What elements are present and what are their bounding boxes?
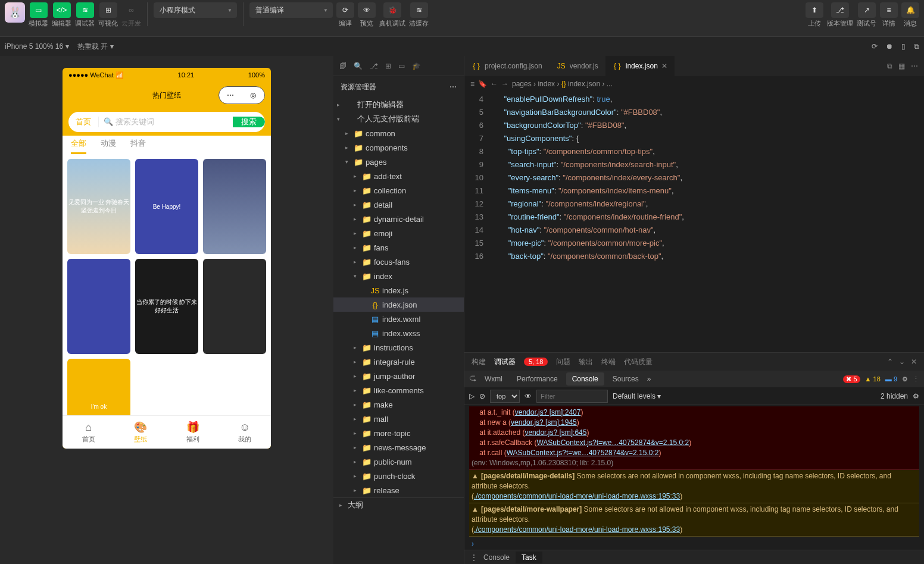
category-tab[interactable]: 抖音 <box>130 138 146 154</box>
test-account-button[interactable]: ↗ <box>858 2 876 18</box>
stack-link[interactable]: vendor.js? [sm]:1945 <box>511 418 577 427</box>
search-home[interactable]: 首页 <box>68 117 99 127</box>
tree-个人无支付版前端[interactable]: ▾个人无支付版前端 <box>333 112 464 126</box>
nav-壁纸[interactable]: 🎨壁纸 <box>115 416 167 449</box>
drawer-console[interactable]: Console <box>483 553 510 562</box>
stack-link[interactable]: vendor.js? [sm]:645 <box>525 428 586 437</box>
tree-more-topic[interactable]: ▸📁more-topic <box>333 426 464 440</box>
hot-reload-toggle[interactable]: 热重载 开 ▾ <box>77 42 114 52</box>
console-play-icon[interactable]: ▷ <box>469 392 475 400</box>
quality-tab[interactable]: 代码质量 <box>624 357 653 367</box>
tree-focus-fans[interactable]: ▸📁focus-fans <box>333 255 464 269</box>
cloud-button[interactable]: ∞ <box>123 2 141 18</box>
problems-tab[interactable]: 问题 <box>556 357 570 367</box>
tree-public-num[interactable]: ▸📁public-num <box>333 455 464 469</box>
wallpaper-thumb[interactable]: I'm ok <box>67 359 130 415</box>
breadcrumb-forward-icon[interactable]: → <box>501 80 508 88</box>
panel-up-icon[interactable]: ⌃ <box>887 358 893 366</box>
tree-integral-rule[interactable]: ▸📁integral-rule <box>333 355 464 369</box>
tree-index[interactable]: ▾📁index <box>333 269 464 283</box>
panel-down-icon[interactable]: ⌄ <box>899 358 905 366</box>
nav-首页[interactable]: ⌂首页 <box>63 416 115 449</box>
wallpaper-thumb[interactable]: 见爱同为一业 奔驰春天坚强走到今日 <box>67 159 130 254</box>
preview-button[interactable]: 👁 <box>358 2 376 18</box>
output-tab[interactable]: 输出 <box>579 357 593 367</box>
editor-button[interactable]: </> <box>53 2 71 18</box>
console-clear-icon[interactable]: ⊘ <box>479 392 485 400</box>
warn-count[interactable]: ▲ 18 <box>865 375 881 383</box>
version-button[interactable]: ⎇ <box>831 2 849 18</box>
editor-tab-vendor.js[interactable]: JSvendor.js <box>550 56 605 76</box>
more-icon[interactable]: ⋯ <box>911 62 918 70</box>
tree-components[interactable]: ▸📁components <box>333 140 464 155</box>
debugger-button[interactable]: ≋ <box>76 2 94 18</box>
breadcrumb-collapse-icon[interactable]: ≡ <box>470 80 475 88</box>
wallpaper-thumb[interactable]: 当你累了的时候 静下来好好生活 <box>135 259 198 354</box>
warn-link[interactable]: ./components/common/uni-load-more/uni-lo… <box>474 525 680 534</box>
tree-common[interactable]: ▸📁common <box>333 126 464 140</box>
tree-index.wxss[interactable]: ▤index.wxss <box>333 326 464 340</box>
drawer-toggle-icon[interactable]: ⋮ <box>470 553 477 562</box>
explorer-git-icon[interactable]: ⎇ <box>370 62 378 70</box>
tree-add-text[interactable]: ▸📁add-text <box>333 169 464 183</box>
tree-dynamic-detail[interactable]: ▸📁dynamic-detail <box>333 212 464 226</box>
code-editor[interactable]: 45678910111213141516 "enablePullDownRefr… <box>464 92 924 352</box>
remote-debug-button[interactable]: 🐞 <box>383 2 401 18</box>
breadcrumb-back-icon[interactable]: ← <box>491 80 498 88</box>
devtools-gear-icon[interactable]: ⚙ <box>902 375 908 383</box>
clear-cache-button[interactable]: ≋ <box>410 2 428 18</box>
hidden-count[interactable]: 2 hidden <box>881 392 908 400</box>
explorer-hat-icon[interactable]: 🎓 <box>412 62 421 70</box>
wallpaper-thumb[interactable]: Be Happy! <box>135 159 198 254</box>
sources-tab[interactable]: Sources <box>607 372 645 386</box>
search-input[interactable]: 🔍 搜索关键词 <box>99 117 244 127</box>
refresh-icon[interactable]: ⟳ <box>872 42 878 51</box>
tree-index.js[interactable]: JSindex.js <box>333 283 464 297</box>
error-count[interactable]: ✖ 5 <box>843 375 860 383</box>
category-tab[interactable]: 全部 <box>71 138 86 154</box>
wallpaper-thumb[interactable] <box>203 159 266 254</box>
popout-icon[interactable]: ⧉ <box>914 42 919 51</box>
tree-fans[interactable]: ▸📁fans <box>333 240 464 255</box>
tree-index.json[interactable]: {}index.json <box>333 297 464 312</box>
explorer-files-icon[interactable]: 🗐 <box>339 62 346 70</box>
terminal-tab[interactable]: 终端 <box>601 357 616 367</box>
nav-福利[interactable]: 🎁福利 <box>167 416 219 449</box>
visualize-button[interactable]: ⊞ <box>99 2 117 18</box>
user-avatar[interactable]: 🐰 <box>5 2 25 23</box>
wallpaper-thumb[interactable] <box>67 259 130 354</box>
filter-gear-icon[interactable]: ⚙ <box>913 392 919 400</box>
search-button[interactable]: 搜索 <box>233 117 265 127</box>
console-prompt[interactable]: › <box>469 537 919 550</box>
build-tab[interactable]: 构建 <box>472 357 486 367</box>
tree-pages[interactable]: ▾📁pages <box>333 155 464 169</box>
devtools-dots-icon[interactable]: ⋮ <box>913 375 919 383</box>
explorer-search-icon[interactable]: 🔍 <box>354 62 363 70</box>
editor-tab-project.config.json[interactable]: { }project.config.json <box>464 56 550 76</box>
levels-select[interactable]: Default levels ▾ <box>613 392 661 400</box>
wallpaper-thumb[interactable] <box>203 259 266 354</box>
tree-collection[interactable]: ▸📁collection <box>333 183 464 198</box>
drawer-task[interactable]: Task <box>516 552 542 563</box>
stack-link[interactable]: WASubContext.js?t=we…40752874&v=2.15.0:2 <box>507 449 659 457</box>
explorer-ext-icon[interactable]: ⊞ <box>385 62 391 70</box>
wxml-tab[interactable]: Wxml <box>479 372 508 386</box>
filter-input[interactable] <box>536 390 608 403</box>
simulator-button[interactable]: ▭ <box>30 2 48 18</box>
tree-make[interactable]: ▸📁make <box>333 397 464 412</box>
upload-button[interactable]: ⬆ <box>806 2 823 18</box>
category-tab[interactable]: 动漫 <box>101 138 116 154</box>
stack-link[interactable]: vendor.js? [sm]:2407 <box>515 408 581 416</box>
device-select[interactable]: iPhone 5 100% 16 ▾ <box>5 42 69 51</box>
record-icon[interactable]: ⏺ <box>886 42 893 51</box>
console-tab[interactable]: Console <box>566 372 604 386</box>
explorer-run-icon[interactable]: ▭ <box>398 62 405 70</box>
messages-button[interactable]: 🔔 <box>901 2 919 18</box>
performance-tab[interactable]: Performance <box>511 372 564 386</box>
compile-select[interactable]: 普通编译 <box>249 2 333 18</box>
tree-news-message[interactable]: ▸📁news-message <box>333 440 464 455</box>
tree-detail[interactable]: ▸📁detail <box>333 198 464 212</box>
breadcrumb-bookmark-icon[interactable]: 🔖 <box>478 80 487 88</box>
device-icon[interactable]: ▯ <box>901 42 906 51</box>
tree-emoji[interactable]: ▸📁emoji <box>333 226 464 240</box>
